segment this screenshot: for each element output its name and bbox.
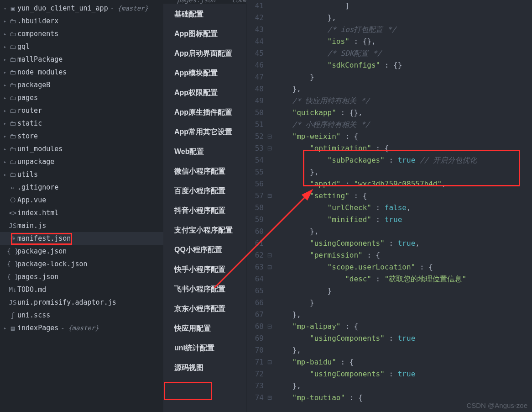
config-section-item[interactable]: QQ小程序配置 <box>163 240 246 260</box>
project-indexpages[interactable]: ▸ ▤ indexPages - {master} <box>0 322 163 334</box>
config-section-item[interactable]: 抖音小程序配置 <box>163 201 246 221</box>
folder-item[interactable]: ▸🗀.hbuilderx <box>0 15 163 27</box>
config-section-item[interactable]: 微信小程序配置 <box>163 162 246 181</box>
code-line[interactable]: } <box>275 71 532 83</box>
code-line[interactable]: /* 小程序特有相关 */ <box>275 119 532 131</box>
file-item[interactable]: <>index.html <box>0 206 163 219</box>
folder-item[interactable]: ▸🗀router <box>0 104 163 117</box>
folder-icon: 🗀 <box>8 120 17 127</box>
code-line[interactable]: "mp-weixin" : { <box>275 131 532 143</box>
code-line[interactable]: /* ios打包配置 */ <box>275 24 532 36</box>
code-line[interactable]: "sdkConfigs" : {} <box>275 59 532 71</box>
folder-item[interactable]: ▸🗀unpackage <box>0 155 163 168</box>
folder-item[interactable]: ▸🗀pages <box>0 91 163 104</box>
code-line[interactable]: ] <box>275 0 532 12</box>
folder-item[interactable]: ▸🗀static <box>0 117 163 130</box>
config-section-item[interactable]: App模块配置 <box>163 63 246 83</box>
file-icon: { } <box>8 260 17 268</box>
config-section-item[interactable]: App原生插件配置 <box>163 103 246 122</box>
folder-item[interactable]: ▸🗀packageB <box>0 79 163 91</box>
item-label: uni_modules <box>17 145 63 153</box>
code-line[interactable]: "permission" : { <box>275 249 532 261</box>
code-line[interactable]: }, <box>275 309 532 321</box>
config-section-item[interactable]: 百度小程序配置 <box>163 181 246 201</box>
code-line[interactable]: }, <box>275 166 532 178</box>
item-label: TODO.md <box>17 285 46 294</box>
chevron-right-icon: ▸ <box>2 159 8 165</box>
code-line[interactable]: "ios" : {}, <box>275 36 532 48</box>
code-line[interactable]: "mp-baidu" : { <box>275 356 532 368</box>
code-line[interactable]: }, <box>275 344 532 356</box>
file-item[interactable]: M↓TODO.md <box>0 283 163 296</box>
code-line[interactable]: "scope.userLocation" : { <box>275 261 532 273</box>
folder-item[interactable]: ▸🗀utils <box>0 168 163 181</box>
folder-item[interactable]: ▸🗀gql <box>0 40 163 53</box>
code-line[interactable]: "subPackages" : true // 开启分包优化 <box>275 154 532 166</box>
file-item[interactable]: JSmain.js <box>0 219 163 232</box>
code-line[interactable]: }, <box>275 83 532 95</box>
config-section-item[interactable]: 快应用配置 <box>163 319 246 338</box>
code-line[interactable]: "usingComponents" : true <box>275 368 532 380</box>
chevron-right-icon: ▸ <box>2 121 8 127</box>
chevron-right-icon: ▸ <box>2 82 8 88</box>
code-line[interactable]: "urlCheck" : false, <box>275 202 532 214</box>
code-line[interactable]: "setting" : { <box>275 190 532 202</box>
code-line[interactable]: } <box>275 285 532 297</box>
config-section-item[interactable]: 京东小程序配置 <box>163 299 246 319</box>
config-section-item[interactable]: Web配置 <box>163 142 246 162</box>
code-line[interactable]: /* SDK配置 */ <box>275 48 532 59</box>
config-section-item[interactable]: App常用其它设置 <box>163 122 246 142</box>
config-section-item[interactable]: App启动界面配置 <box>163 44 246 63</box>
code-line[interactable]: "mp-alipay" : { <box>275 321 532 333</box>
folder-item[interactable]: ▸🗀store <box>0 130 163 143</box>
code-line[interactable]: }, <box>275 12 532 24</box>
file-item[interactable]: { }package-lock.json <box>0 258 163 270</box>
config-section-item[interactable]: App权限配置 <box>163 83 246 103</box>
manifest-config-sidebar[interactable]: 基础配置App图标配置App启动界面配置App模块配置App权限配置App原生插… <box>163 0 246 412</box>
item-label: .hbuilderx <box>17 17 58 25</box>
code-editor[interactable]: 4142434445464748495051525354555657585960… <box>246 0 532 412</box>
code-body[interactable]: ] }, /* ios打包配置 */ "ios" : {}, /* SDK配置 … <box>275 0 532 412</box>
code-line[interactable]: /* 快应用特有相关 */ <box>275 95 532 107</box>
chevron-right-icon: ▸ <box>2 18 8 24</box>
code-line[interactable]: "appid" : "wxc3db759c08557b4d", <box>275 178 532 190</box>
config-section-item[interactable]: uni统计配置 <box>163 338 246 358</box>
file-item[interactable]: ⌾manifest.json <box>0 232 163 245</box>
config-section-item[interactable]: 基础配置 <box>163 5 246 24</box>
file-item[interactable]: { }package.json <box>0 245 163 258</box>
file-item[interactable]: JSuni.promisify.adaptor.js <box>0 296 163 309</box>
item-label: main.js <box>17 222 46 230</box>
config-section-item[interactable]: 支付宝小程序配置 <box>163 221 246 240</box>
code-line[interactable]: } <box>275 297 532 309</box>
chevron-right-icon: ▸ <box>2 44 8 50</box>
config-section-item[interactable]: App图标配置 <box>163 24 246 44</box>
folder-item[interactable]: ▸🗀components <box>0 27 163 40</box>
item-label: pages <box>17 94 38 102</box>
code-line[interactable]: "optimization" : { <box>275 143 532 154</box>
config-section-item[interactable]: 源码视图 <box>163 358 246 378</box>
folder-item[interactable]: ▸🗀uni_modules <box>0 143 163 155</box>
folder-item[interactable]: ▸🗀node_modules <box>0 66 163 79</box>
file-item[interactable]: ▫.gitignore <box>0 181 163 194</box>
editor-tab[interactable]: pages.json <box>169 0 224 4</box>
folder-icon: 🗀 <box>8 17 17 25</box>
project-root[interactable]: ▾ ▣ yun_duo_client_uni_app - {master} <box>0 2 163 15</box>
code-line[interactable]: }, <box>275 226 532 238</box>
code-line[interactable]: "desc" : "获取您的地理位置信息" <box>275 273 532 285</box>
folder-item[interactable]: ▸🗀mallPackage <box>0 53 163 66</box>
file-item[interactable]: { }pages.json <box>0 270 163 283</box>
code-line[interactable]: "usingComponents" : true <box>275 333 532 344</box>
folder-icon: 🗀 <box>8 132 17 140</box>
project-icon: ▣ <box>8 5 17 12</box>
file-item[interactable]: ʃuni.scss <box>0 309 163 322</box>
code-line[interactable]: }, <box>275 380 532 392</box>
config-section-item[interactable]: 快手小程序配置 <box>163 260 246 280</box>
config-section-item[interactable]: 飞书小程序配置 <box>163 280 246 299</box>
chevron-right-icon: ▸ <box>2 146 8 152</box>
file-explorer[interactable]: ▾ ▣ yun_duo_client_uni_app - {master} ▸🗀… <box>0 0 163 412</box>
code-line[interactable]: "quickapp" : {}, <box>275 107 532 119</box>
file-item[interactable]: ⎔App.vue <box>0 194 163 206</box>
chevron-down-icon: ▾ <box>2 5 8 11</box>
code-line[interactable]: "usingComponents" : true, <box>275 238 532 249</box>
code-line[interactable]: "minified" : true <box>275 214 532 226</box>
